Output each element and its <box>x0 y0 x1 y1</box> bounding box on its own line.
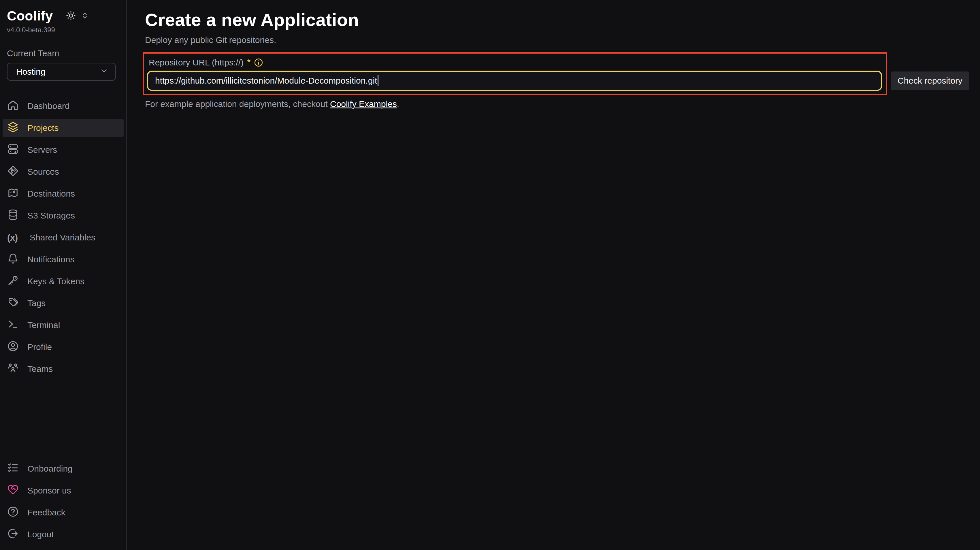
sidebar-item-profile[interactable]: Profile <box>3 338 124 356</box>
page-subtitle: Deploy any public Git repositories. <box>145 35 980 45</box>
sidebar-item-servers[interactable]: Servers <box>3 141 124 159</box>
sidebar-footer-nav: Onboarding Sponsor us Feedback Logout <box>0 459 126 547</box>
repository-url-label: Repository URL (https://) <box>149 58 243 67</box>
users-icon <box>7 362 19 376</box>
sidebar-item-label: Destinations <box>27 189 75 199</box>
sidebar-item-notifications[interactable]: Notifications <box>3 250 124 269</box>
logo-block: Coolify v4.0.0-beta.399 <box>0 0 126 34</box>
page-title: Create a new Application <box>145 10 980 30</box>
repository-form-row: Repository URL (https://) * https://gith… <box>143 52 980 95</box>
sidebar-item-label: Onboarding <box>27 464 73 474</box>
check-repository-button[interactable]: Check repository <box>891 72 969 90</box>
map-icon <box>7 187 19 200</box>
sidebar-item-label: Profile <box>27 342 52 352</box>
sun-icon <box>66 11 76 21</box>
chevrons-up-down-icon <box>81 12 89 20</box>
coolify-examples-link[interactable]: Coolify Examples <box>330 99 397 109</box>
layers-icon <box>7 121 19 135</box>
sidebar-item-label: Terminal <box>27 320 60 330</box>
bell-icon <box>7 253 19 266</box>
info-icon[interactable] <box>254 58 263 67</box>
server-icon <box>7 143 19 157</box>
user-circle-icon <box>7 340 19 354</box>
sidebar-item-dashboard[interactable]: Dashboard <box>3 97 124 115</box>
sidebar-item-terminal[interactable]: Terminal <box>3 316 124 334</box>
sidebar: Coolify v4.0.0-beta.399 Current Team Hos… <box>0 0 127 550</box>
required-marker: * <box>247 57 250 68</box>
tag-icon <box>7 297 19 310</box>
sidebar-item-label: Notifications <box>27 254 74 264</box>
app-logo: Coolify <box>7 8 53 24</box>
sidebar-item-shared-variables[interactable]: (x) Shared Variables <box>3 228 124 247</box>
helper-text: For example application deployments, che… <box>145 99 980 109</box>
sidebar-item-label: Teams <box>27 364 53 374</box>
app-version: v4.0.0-beta.399 <box>7 26 119 34</box>
sidebar-item-onboarding[interactable]: Onboarding <box>3 459 124 478</box>
sidebar-item-sources[interactable]: Sources <box>3 162 124 181</box>
checklist-icon <box>7 462 19 475</box>
sidebar-nav: Dashboard Projects Servers Sources Desti… <box>0 97 126 382</box>
sidebar-item-label: Feedback <box>27 508 65 517</box>
main-content: Create a new Application Deploy any publ… <box>127 0 980 550</box>
team-selector-value: Hosting <box>16 67 46 77</box>
team-selector[interactable]: Hosting <box>7 63 116 81</box>
help-circle-icon <box>7 506 19 520</box>
chevron-down-icon <box>100 67 108 77</box>
sidebar-item-projects[interactable]: Projects <box>3 119 124 137</box>
heart-handshake-icon <box>7 484 19 498</box>
sidebar-item-keys-tokens[interactable]: Keys & Tokens <box>3 272 124 291</box>
theme-toggle-button[interactable] <box>66 11 76 21</box>
sidebar-item-teams[interactable]: Teams <box>3 360 124 378</box>
sidebar-item-feedback[interactable]: Feedback <box>3 503 124 522</box>
sidebar-item-logout[interactable]: Logout <box>3 525 124 544</box>
text-caret <box>378 75 379 86</box>
sidebar-item-label: Shared Variables <box>30 233 95 242</box>
sidebar-item-s3-storages[interactable]: S3 Storages <box>3 207 124 225</box>
sidebar-item-sponsor-us[interactable]: Sponsor us <box>3 482 124 500</box>
sidebar-item-label: S3 Storages <box>27 211 75 221</box>
terminal-icon <box>7 318 19 332</box>
sidebar-item-tags[interactable]: Tags <box>3 294 124 313</box>
home-icon <box>7 99 19 113</box>
git-source-icon <box>7 165 19 179</box>
expand-button[interactable] <box>81 12 89 20</box>
sidebar-item-label: Sources <box>27 167 59 177</box>
sidebar-item-label: Sponsor us <box>27 486 71 496</box>
repository-url-input[interactable]: https://github.com/illicitestonion/Modul… <box>147 71 882 91</box>
logout-icon <box>7 528 19 541</box>
database-icon <box>7 209 19 223</box>
sidebar-item-destinations[interactable]: Destinations <box>3 184 124 203</box>
sidebar-item-label: Logout <box>27 529 54 539</box>
sidebar-item-label: Projects <box>27 123 59 133</box>
helper-suffix: . <box>397 99 399 109</box>
sidebar-item-label: Dashboard <box>27 101 70 111</box>
annotation-highlight-box: Repository URL (https://) * https://gith… <box>143 52 887 95</box>
sidebar-item-label: Keys & Tokens <box>27 277 84 286</box>
helper-prefix: For example application deployments, che… <box>145 99 330 109</box>
current-team-label: Current Team <box>7 48 119 58</box>
sidebar-item-label: Tags <box>27 298 46 308</box>
variables-icon: (x) <box>7 232 21 243</box>
sidebar-item-label: Servers <box>27 145 57 155</box>
repository-url-value: https://github.com/illicitestonion/Modul… <box>155 76 377 86</box>
key-icon <box>7 275 19 288</box>
